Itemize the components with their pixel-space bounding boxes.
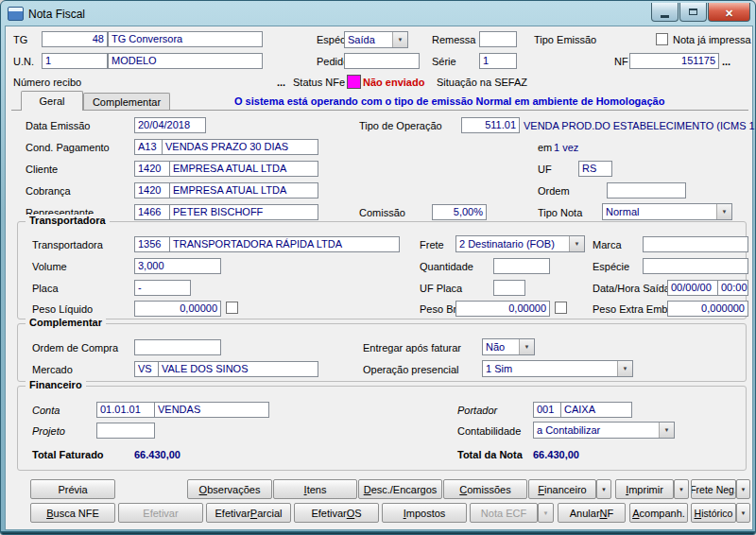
acompanh-button[interactable]: Acompanh. xyxy=(629,503,688,523)
titlebar: Nota Fiscal xyxy=(6,4,750,24)
placa-label: Placa xyxy=(32,283,59,295)
cliente-desc-field: EMPRESA ATUAL LTDA xyxy=(169,161,318,177)
efetivar-button[interactable]: Efetivar xyxy=(118,503,203,523)
observacoes-button[interactable]: Observações xyxy=(187,479,272,499)
comissao-field[interactable]: 5,00% xyxy=(432,204,487,220)
cliente-code-field[interactable]: 1420 xyxy=(134,161,170,177)
remessa-field[interactable] xyxy=(479,31,517,47)
marca-field[interactable] xyxy=(643,236,748,252)
ordem-label: Ordem xyxy=(538,185,570,198)
frete-neg-button[interactable]: Frete Neg. xyxy=(691,479,736,499)
ordem-field[interactable] xyxy=(607,182,686,198)
contabilidade-select[interactable]: a Contabilizar xyxy=(533,422,675,439)
chevron-down-icon[interactable] xyxy=(716,204,731,219)
contabilidade-value: a Contabilizar xyxy=(534,423,659,438)
numero-recibo-label: Número recibo xyxy=(13,77,81,89)
serie-field[interactable]: 1 xyxy=(479,53,517,69)
tipo-nota-select[interactable]: Normal xyxy=(602,203,732,220)
tab-geral[interactable]: Geral xyxy=(21,91,83,111)
un-label: U.N. xyxy=(13,56,34,68)
portador-code-field[interactable]: 001 xyxy=(533,402,561,418)
itens-button[interactable]: Itens xyxy=(273,479,357,499)
historico-dropdown-arrow[interactable] xyxy=(736,503,750,523)
efetivar-os-button[interactable]: Efetivar OS xyxy=(294,503,379,523)
close-button[interactable] xyxy=(708,3,750,22)
marca-label: Marca xyxy=(593,239,622,251)
nota-impressa-checkbox[interactable] xyxy=(656,33,668,45)
projeto-field[interactable] xyxy=(96,423,155,439)
operacao-presencial-select[interactable]: 1 Sim xyxy=(482,360,633,377)
transportadora-code-field[interactable]: 1356 xyxy=(134,236,170,252)
peso-liquido-label: Peso Líquido xyxy=(32,303,93,316)
tipo-operacao-code-field[interactable]: 511.01 xyxy=(461,117,520,133)
chevron-down-icon[interactable] xyxy=(617,361,632,376)
conta-desc-field: VENDAS xyxy=(154,402,269,418)
financeiro-button[interactable]: Financeiro xyxy=(528,479,596,499)
financeiro-dropdown-arrow[interactable] xyxy=(596,479,611,499)
imprimir-dropdown-arrow[interactable] xyxy=(674,479,689,499)
busca-nfe-button[interactable]: Busca NFE xyxy=(30,503,115,523)
anular-nf-button[interactable]: Anular NF xyxy=(558,503,626,523)
placa-field[interactable]: - xyxy=(134,280,191,296)
mercado-code-field[interactable]: VS xyxy=(134,361,159,377)
frete-value: 2 Destinatario (FOB) xyxy=(456,236,569,251)
nota-impressa-label: Nota já impressa xyxy=(673,34,751,46)
uf-field[interactable]: RS xyxy=(578,161,612,177)
peso-liquido-checkbox[interactable] xyxy=(226,302,238,314)
pedido-field[interactable] xyxy=(344,53,420,69)
peso-bruto-checkbox[interactable] xyxy=(555,302,567,314)
total-faturado-value: 66.430,00 xyxy=(134,449,180,461)
efetivar-parcial-button[interactable]: Efetivar Parcial xyxy=(206,503,291,523)
frete-select[interactable]: 2 Destinatario (FOB) xyxy=(455,235,585,252)
historico-button[interactable]: Histórico xyxy=(691,503,736,523)
emission-mode-banner: O sistema está operando com o tipo de em… xyxy=(234,95,664,107)
representante-code-field[interactable]: 1466 xyxy=(134,204,170,220)
tipo-nota-label: Tipo Nota xyxy=(538,207,582,219)
volume-field[interactable]: 3,000 xyxy=(134,258,221,274)
especie-transporte-field[interactable] xyxy=(643,258,748,274)
em-value: 1 vez xyxy=(554,142,578,154)
especie-transporte-label: Espécie xyxy=(593,261,629,273)
representante-desc-field: PETER BISCHOFF xyxy=(169,204,318,220)
frete-neg-dropdown-arrow[interactable] xyxy=(736,479,750,499)
data-saida-field[interactable]: 00/00/00 xyxy=(667,280,718,296)
total-faturado-label: Total Faturado xyxy=(32,449,104,461)
tab-complementar[interactable]: Complementar xyxy=(83,93,170,110)
un-code-field[interactable]: 1 xyxy=(42,53,108,69)
quantidade-field[interactable] xyxy=(493,258,550,274)
tg-code-field[interactable]: 48 xyxy=(42,31,108,47)
hora-saida-field[interactable]: 00:00 xyxy=(717,280,748,296)
cliente-label: Cliente xyxy=(26,164,58,176)
imprimir-button[interactable]: Imprimir xyxy=(615,479,674,499)
peso-bruto-field[interactable]: 0,00000 xyxy=(455,301,550,317)
conta-code-field[interactable]: 01.01.01 xyxy=(96,402,155,418)
chevron-down-icon[interactable] xyxy=(519,339,534,354)
minimize-button[interactable] xyxy=(651,3,679,22)
chevron-down-icon[interactable] xyxy=(392,32,407,47)
quantidade-label: Quantidade xyxy=(420,261,473,273)
especie-select[interactable]: Saída xyxy=(344,31,408,48)
uf-placa-label: UF Placa xyxy=(420,283,462,295)
cobranca-code-field[interactable]: 1420 xyxy=(134,182,170,198)
chevron-down-icon[interactable] xyxy=(569,236,584,251)
nota-ecf-button[interactable]: Nota ECF xyxy=(470,503,538,523)
peso-extra-label: Peso Extra Emb. xyxy=(593,303,671,316)
operacao-presencial-label: Operação presencial xyxy=(363,364,459,376)
desc-encargos-button[interactable]: Desc./Encargos xyxy=(358,479,442,499)
peso-extra-field[interactable]: 0,000000 xyxy=(667,301,748,317)
previa-button[interactable]: Prévia xyxy=(30,479,115,499)
impostos-button[interactable]: Impostos xyxy=(382,503,467,523)
nf-ellipsis-button[interactable]: ... xyxy=(722,56,730,67)
uf-placa-field[interactable] xyxy=(493,280,525,296)
numero-recibo-ellipsis-button[interactable]: ... xyxy=(277,77,285,88)
entregar-apos-faturar-select[interactable]: Não xyxy=(482,338,535,355)
peso-liquido-field[interactable]: 0,00000 xyxy=(134,301,221,317)
comissoes-button[interactable]: Comissões xyxy=(443,479,527,499)
portador-label: Portador xyxy=(457,405,497,417)
nf-field[interactable]: 151175 xyxy=(629,53,719,69)
cond-pagamento-code-field[interactable]: A13 xyxy=(134,139,163,155)
data-emissao-field[interactable]: 20/04/2018 xyxy=(134,117,206,133)
maximize-button[interactable] xyxy=(679,3,707,22)
chevron-down-icon[interactable] xyxy=(659,423,674,438)
ordem-compra-field[interactable] xyxy=(134,339,221,355)
